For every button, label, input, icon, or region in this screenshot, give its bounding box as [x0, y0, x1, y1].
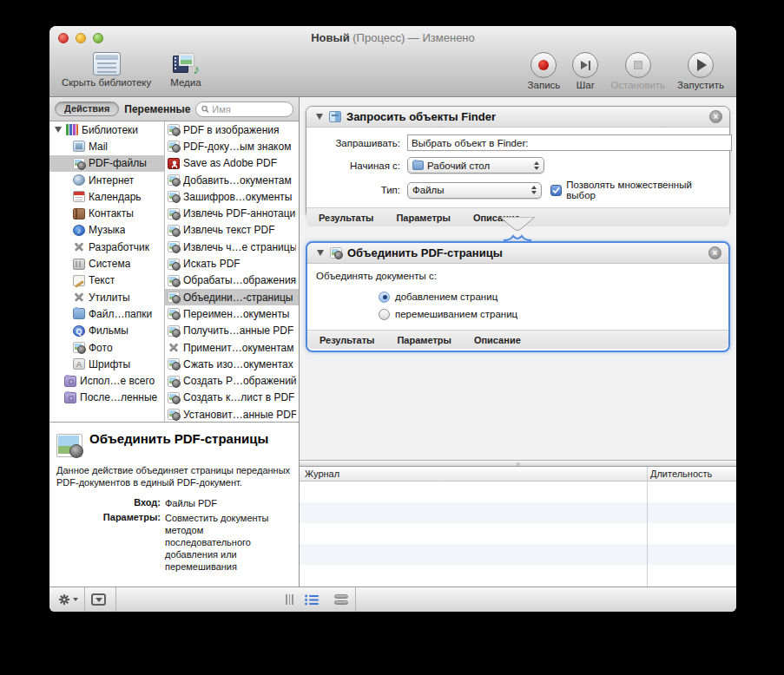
type-popup[interactable]: Файлы [407, 182, 542, 199]
hide-library-button[interactable]: Скрыть библиотеку [62, 52, 151, 88]
action-label: Получить…анные PDF [183, 324, 293, 337]
action-item[interactable]: Обрабаты…ображения [165, 272, 299, 289]
action-item-combine-pdf-pages[interactable]: Объедини…-страницы [165, 289, 299, 305]
action-block-ask-finder[interactable]: Запросить объекты Finder × Запрашивать: … [306, 106, 730, 219]
prompt-input[interactable] [407, 134, 732, 151]
action-label: Создать к…лист в PDF [183, 391, 294, 403]
sidebar-item-system[interactable]: Система [49, 255, 164, 272]
parameters-link[interactable]: Параметры [397, 335, 451, 345]
pdf-action-icon [168, 208, 180, 220]
compact-view-button[interactable] [334, 587, 348, 612]
step-button[interactable]: Шаг [572, 52, 598, 90]
action-gear-button[interactable] [55, 587, 82, 612]
sidebar-item-fonts[interactable]: Шрифты [49, 356, 164, 372]
tab-variables[interactable]: Переменные [124, 103, 190, 115]
action-block-title: Объединить PDF-страницы [347, 246, 503, 259]
action-item[interactable]: Получить…анные PDF [165, 323, 299, 339]
action-label: Переимен…окументы [183, 308, 290, 320]
sidebar-item-utilities[interactable]: Утилиты [49, 289, 164, 305]
journal-view-button[interactable] [305, 587, 319, 612]
toggle-media-panel-button[interactable] [91, 587, 106, 612]
duration-column-header[interactable]: Длительность [650, 469, 712, 479]
minimize-window-button[interactable] [76, 33, 86, 43]
sidebar-label: Mail [89, 141, 108, 153]
splitter-handle[interactable] [300, 460, 736, 467]
action-block-footer: Результаты Параметры Описание [307, 330, 728, 349]
sidebar-item-text[interactable]: Текст [49, 272, 164, 289]
action-item[interactable]: Применит…окументам [165, 339, 299, 356]
collapse-triangle-icon[interactable] [317, 250, 324, 256]
collapse-triangle-icon[interactable] [316, 114, 323, 120]
action-item[interactable]: Зашифров…окументы [165, 188, 299, 205]
pdf-action-icon [168, 191, 180, 202]
close-icon[interactable]: × [708, 246, 721, 259]
record-icon [530, 52, 557, 78]
search-field[interactable] [195, 102, 293, 117]
tab-actions[interactable]: Действия [55, 102, 119, 116]
radio-shuffle-pages[interactable]: перемешиванием страниц [379, 305, 720, 323]
sidebar-item-pdf-files[interactable]: PDF-файлы [49, 155, 164, 172]
journal-column-header[interactable]: Журнал [300, 469, 339, 479]
library-panel-icon [93, 52, 121, 75]
action-item[interactable]: Сжать изо…окументах [165, 356, 299, 372]
sidebar-item-movies[interactable]: Фильмы [49, 323, 164, 339]
action-item[interactable]: Извлечь текст PDF [165, 222, 299, 239]
action-label: Установит…анные PDF [183, 409, 296, 421]
action-block-header[interactable]: Запросить объекты Finder × [306, 107, 729, 128]
panel-resize-handle[interactable] [286, 587, 293, 612]
action-item[interactable]: Добавить…окументам [165, 172, 299, 188]
sidebar-item-photos[interactable]: Фото [49, 339, 164, 356]
action-item[interactable]: Извлечь ч…е страницы [165, 239, 299, 255]
action-block-combine-pdf[interactable]: Объединить PDF-страницы × Объединять док… [306, 241, 730, 352]
stop-button: Остановить [610, 52, 665, 90]
action-item[interactable]: Создать Р…ображений [165, 372, 299, 389]
media-button[interactable]: ♪ Медиа [170, 52, 201, 88]
sidebar-item-calendar[interactable]: Календарь [49, 188, 164, 205]
splitter-grip-icon [517, 462, 520, 466]
action-item[interactable]: Создать к…лист в PDF [165, 390, 299, 406]
parameters-link[interactable]: Параметры [396, 213, 450, 223]
close-icon[interactable]: × [709, 110, 722, 123]
close-window-button[interactable] [58, 33, 69, 43]
action-label: Извлечь PDF-аннотации [183, 207, 296, 220]
pdf-action-icon [168, 259, 180, 270]
start-at-popup[interactable]: Рабочий стол [407, 157, 544, 174]
record-button[interactable]: Запись [528, 52, 561, 90]
sidebar-item-music[interactable]: Музыка [49, 222, 164, 239]
pdf-action-icon [168, 225, 180, 236]
action-label: Save as Adobe PDF [183, 157, 277, 169]
sidebar-item-mail[interactable]: Mail [49, 138, 164, 154]
sidebar-item-files-folders[interactable]: Файл…папки [49, 305, 164, 322]
disclosure-triangle-icon[interactable] [55, 127, 62, 133]
run-button[interactable]: Запустить [677, 52, 724, 90]
action-item[interactable]: Извлечь PDF-аннотации [165, 205, 299, 221]
action-item[interactable]: Установит…анные PDF [165, 406, 299, 422]
action-item[interactable]: Искать PDF [165, 255, 299, 272]
action-block-header[interactable]: Объединить PDF-страницы × [307, 243, 728, 264]
title-bar[interactable]: Новый (Процесс) — Изменено [49, 26, 736, 50]
description-header: Объединить PDF-страницы [56, 431, 292, 457]
action-item[interactable]: PDF-доку…ым знаком [165, 138, 299, 154]
results-link[interactable]: Результаты [319, 213, 373, 223]
workflow-canvas: Запросить объекты Finder × Запрашивать: … [300, 97, 736, 460]
record-label: Запись [528, 80, 561, 90]
sidebar-item-internet[interactable]: Интернет [49, 172, 164, 188]
multiple-selection-checkbox[interactable]: Позволять множественный выбор [550, 180, 721, 200]
search-input[interactable] [212, 104, 287, 115]
description-link[interactable]: Описание [474, 335, 521, 345]
sidebar-item-smart-recent[interactable]: После…ленные [49, 390, 164, 406]
params-value: Совместить документы методом последовате… [165, 512, 292, 573]
sidebar-item-smart-most-used[interactable]: Испол…е всего [49, 372, 164, 389]
sidebar-item-developer[interactable]: Разработчик [49, 239, 164, 255]
results-link[interactable]: Результаты [320, 335, 374, 345]
start-at-label: Начиная с: [315, 161, 400, 171]
action-item[interactable]: PDF в изображения [165, 121, 299, 138]
radio-append-pages[interactable]: добавлением страниц [379, 288, 720, 305]
action-item[interactable]: Переимен…окументы [165, 305, 299, 322]
pdf-action-icon [168, 325, 180, 337]
zoom-window-button[interactable] [93, 33, 103, 43]
popup-arrows-icon [534, 161, 539, 170]
sidebar-item-contacts[interactable]: Контакты [49, 205, 164, 221]
action-item[interactable]: Save as Adobe PDF [165, 155, 299, 172]
sidebar-item-libraries[interactable]: Библиотеки [49, 121, 164, 138]
